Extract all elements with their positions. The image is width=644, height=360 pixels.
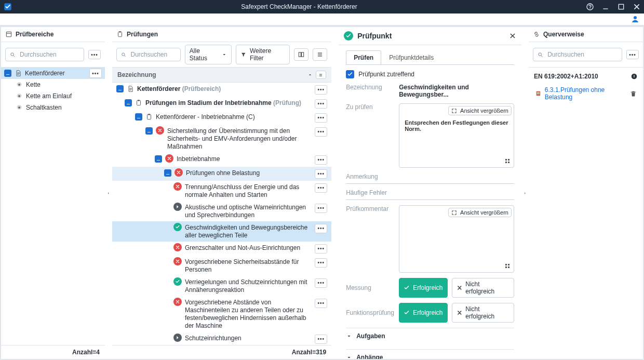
left-tree-row[interactable]: Schaltkasten	[1, 102, 105, 113]
mid-tree-row[interactable]: Akustische und optische Warneinrichtunge…	[112, 201, 331, 221]
row-more[interactable]: •••	[315, 127, 327, 137]
mid-tree-label: Schutzeinrichtungen	[185, 334, 308, 342]
mid-tree-label: Kettenförderer (Prüfbereich)	[137, 84, 308, 93]
chevron-right-icon	[524, 190, 527, 197]
refs-panel-title: Querverweise	[529, 27, 643, 42]
left-tree-row[interactable]: Kette am Einlauf	[1, 90, 105, 102]
standard-icon	[535, 90, 542, 97]
minimize-icon[interactable]	[601, 3, 610, 11]
funktion-nok[interactable]: Nicht erfolgreich	[452, 303, 514, 323]
row-more[interactable]: •••	[315, 299, 327, 308]
toggle-collapse-icon[interactable]	[116, 85, 124, 92]
status-red-icon	[173, 182, 182, 191]
toggle-collapse-icon[interactable]	[135, 113, 142, 121]
refs-search-input[interactable]	[546, 50, 618, 59]
messung-nok[interactable]: Nicht erfolgreich	[452, 278, 514, 298]
mid-search[interactable]	[116, 48, 181, 61]
toggle-collapse-icon[interactable]	[164, 169, 171, 177]
row-more[interactable]: •••	[315, 204, 327, 213]
mid-tree-row[interactable]: Kettenförderer - Inbetriebnahme (C)•••	[112, 111, 331, 125]
mid-tree-row[interactable]: Vorgeschriebene Abstände von Maschinente…	[112, 296, 331, 332]
close-window-icon[interactable]	[633, 3, 641, 11]
help-icon[interactable]	[586, 3, 594, 11]
status-filter[interactable]: Alle Status	[185, 45, 232, 64]
mid-column-header[interactable]: Bezeichnung ≡	[112, 68, 331, 83]
messung-ok[interactable]: Erfolgreich	[399, 278, 447, 298]
mid-tree-row[interactable]: Grenzschalter und Not-Aus-Einrichtungen•…	[112, 242, 331, 256]
accordion-anhaenge[interactable]: Anhänge	[346, 349, 514, 359]
mid-tree-row[interactable]: Prüfungen im Stadium der Inbetriebnahme …	[112, 97, 331, 111]
applicable-checkbox[interactable]	[346, 70, 354, 78]
row-more[interactable]: •••	[315, 258, 327, 268]
funktion-ok[interactable]: Erfolgreich	[399, 303, 447, 323]
row-more[interactable]: •••	[315, 169, 327, 179]
status-red-icon	[165, 154, 173, 163]
maximize-icon[interactable]	[617, 3, 625, 11]
row-more[interactable]: •••	[315, 224, 327, 233]
mid-search-input[interactable]	[129, 50, 176, 59]
check-expand[interactable]: Ansicht vergrößern	[448, 106, 512, 115]
toggle-collapse-icon[interactable]	[4, 70, 11, 77]
left-tree: Kettenförderer•••KetteKette am EinlaufSc…	[1, 68, 105, 345]
kommentar-textpane[interactable]: Ansicht vergrößern	[399, 205, 514, 273]
kommentar-expand[interactable]: Ansicht vergrößern	[448, 208, 512, 217]
row-more[interactable]: •••	[315, 113, 327, 123]
mid-footer-count: Anzahl=319	[112, 345, 331, 359]
status-green-icon	[173, 277, 182, 286]
refs-search[interactable]	[533, 48, 622, 61]
mid-tree: Kettenförderer (Prüfbereich)•••Prüfungen…	[112, 83, 331, 345]
left-search[interactable]	[5, 48, 84, 61]
splitter-1[interactable]	[105, 27, 112, 359]
tab-pruefen[interactable]: Prüfen	[346, 50, 381, 64]
refs-delete[interactable]	[630, 90, 637, 97]
tab-details[interactable]: Prüfpunktdetails	[381, 50, 441, 64]
row-more[interactable]: •••	[315, 244, 327, 254]
mid-tree-row[interactable]: Verriegelungen und Schutzeinrichtungen m…	[112, 276, 331, 296]
mid-tree-label: Grenzschalter und Not-Aus-Einrichtungen	[185, 243, 308, 252]
search-icon	[10, 51, 16, 58]
splitter-3[interactable]	[521, 27, 529, 359]
more-filters[interactable]: Weitere Filter	[236, 45, 290, 64]
left-tree-row[interactable]: Kettenförderer•••	[1, 68, 105, 79]
toggle-collapse-icon[interactable]	[155, 155, 162, 163]
mid-tree-row[interactable]: Inbetriebnahme•••	[112, 153, 331, 167]
pp-close[interactable]	[509, 32, 516, 39]
row-more[interactable]: •••	[315, 183, 327, 193]
view-columns[interactable]	[294, 48, 308, 61]
mid-tree-row[interactable]: Schutzeinrichtungen•••	[112, 332, 331, 345]
row-more[interactable]: •••	[315, 335, 327, 344]
column-menu[interactable]: ≡	[316, 71, 326, 79]
row-more[interactable]: •••	[315, 278, 327, 288]
left-search-more[interactable]: •••	[88, 50, 101, 59]
mid-tree-label: Trennung/Anschluss der Energie und das n…	[185, 182, 308, 199]
refs-search-more[interactable]: •••	[626, 50, 639, 59]
splitter-2[interactable]	[331, 27, 339, 359]
mid-tree-row[interactable]: Trennung/Anschluss der Energie und das n…	[112, 181, 331, 201]
left-search-input[interactable]	[19, 50, 79, 59]
kommentar-text[interactable]	[401, 219, 512, 260]
current-user-icon[interactable]	[630, 15, 640, 24]
toggle-collapse-icon[interactable]	[145, 127, 153, 135]
status-ok-icon	[344, 31, 353, 41]
row-more[interactable]: •••	[315, 85, 327, 95]
view-list[interactable]	[313, 48, 327, 61]
grid-icon[interactable]	[504, 263, 511, 269]
row-more[interactable]: •••	[315, 155, 327, 165]
sort-asc-icon[interactable]	[307, 72, 313, 77]
mid-tree-row[interactable]: Prüfungen ohne Belastung•••	[112, 167, 331, 181]
row-more[interactable]: •••	[315, 99, 327, 109]
mid-tree-row[interactable]: Kettenförderer (Prüfbereich)•••	[112, 83, 331, 97]
mid-tree-row[interactable]: Vorgeschriebene Sicherheitsabstände für …	[112, 256, 331, 276]
refs-link[interactable]: 6.3.1.Prüfungen ohne Belastung	[545, 86, 627, 101]
x-icon	[457, 285, 463, 291]
grid-icon[interactable]	[504, 158, 511, 164]
mid-tree-row[interactable]: Sicherstellung der Übereinstimmung mit d…	[112, 125, 331, 153]
left-tree-row[interactable]: Kette	[1, 79, 105, 90]
accordion-aufgaben[interactable]: Aufgaben	[346, 328, 514, 344]
row-more[interactable]: •••	[89, 69, 102, 78]
info-icon[interactable]	[630, 73, 638, 80]
clipboard-icon	[135, 99, 142, 106]
mid-tree-row[interactable]: Geschwindigkeiten und Bewegungsbereiche …	[112, 221, 331, 242]
x-icon	[457, 310, 463, 316]
toggle-collapse-icon[interactable]	[125, 99, 132, 106]
